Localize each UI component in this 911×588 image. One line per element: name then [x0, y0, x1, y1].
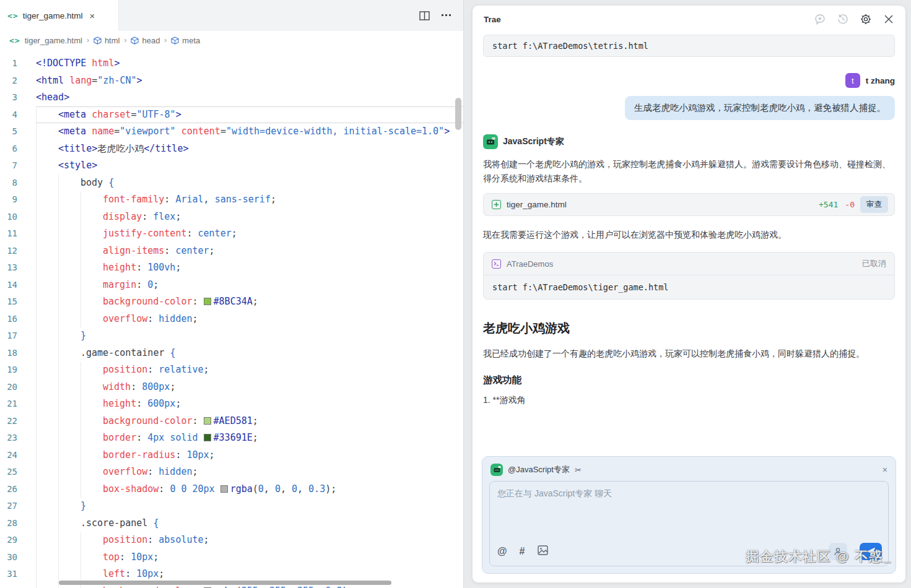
terminal-icon [492, 259, 501, 269]
breadcrumb-separator: › [164, 36, 167, 45]
line-number: 11 [0, 225, 36, 243]
code-line: 16overflow: hidden; [0, 311, 463, 328]
breadcrumb-file[interactable]: tiger_game.html [25, 36, 82, 45]
history-icon[interactable] [837, 14, 848, 25]
code-line: 26box-shadow: 0 0 20px rgba(0, 0, 0, 0.3… [0, 481, 463, 498]
chat-header: Trae [473, 6, 905, 33]
line-number: 8 [0, 175, 36, 192]
line-number: 12 [0, 243, 36, 260]
code-line: 29position: absolute; [0, 532, 463, 549]
editor-actions [419, 0, 463, 31]
code-line: 7<style> [0, 157, 463, 175]
code-line: 23border: 4px solid #33691E; [0, 430, 463, 447]
line-number: 16 [0, 311, 36, 328]
line-number: 17 [0, 327, 36, 345]
code-line: 24border-radius: 10px; [0, 447, 463, 464]
chat-input-card[interactable]: @JavaScript专家 ✂ × 您正在与 JavaScript专家 聊天 @… [482, 456, 896, 574]
code-line: 13height: 100vh; [0, 259, 463, 277]
review-button[interactable]: 审查 [860, 196, 888, 213]
agent-name: JavaScript专家 [503, 136, 564, 147]
agent-selector-button[interactable] [829, 543, 847, 560]
code-line: 17} [0, 327, 463, 345]
close-icon[interactable] [883, 14, 894, 25]
code-line: 6<title>老虎吃小鸡</title> [0, 141, 463, 158]
user-message-bubble: 生成老虎吃小鸡游戏，玩家控制老虎吃小鸡，避免被猎人捕捉。 [625, 96, 895, 120]
agent-reply-text: 我将创建一个老虎吃小鸡的游戏，玩家控制老虎捕食小鸡并躲避猎人。游戏需要设计角色移… [483, 157, 895, 185]
reply-subheading: 游戏功能 [483, 374, 895, 387]
line-number: 27 [0, 498, 36, 515]
split-editor-icon[interactable] [419, 10, 430, 21]
hash-icon[interactable]: # [520, 546, 525, 557]
line-number: 15 [0, 293, 36, 311]
tab-tiger-game[interactable]: <> tiger_game.html × [0, 0, 119, 31]
tab-close-icon[interactable]: × [89, 11, 95, 21]
tab-strip: <> tiger_game.html × [0, 0, 463, 31]
horizontal-scrollbar[interactable] [59, 581, 391, 585]
line-number: 21 [0, 396, 36, 413]
code-editor[interactable]: 1<!DOCTYPE html>2<html lang="zh-CN">3<he… [0, 50, 463, 588]
code-line: 14margin: 0; [0, 277, 463, 294]
tab-strip-spacer [119, 0, 419, 31]
code-line: 21height: 600px; [0, 396, 463, 413]
file-change-card[interactable]: tiger_game.html +541 -0 审查 [483, 193, 895, 216]
breadcrumb-meta[interactable]: meta [171, 36, 200, 45]
agent-identity-row: JavaScript专家 [483, 134, 895, 149]
code-line: 2<html lang="zh-CN"> [0, 72, 463, 90]
code-line: 12align-items: center; [0, 243, 463, 260]
scissors-icon[interactable]: ✂ [575, 465, 582, 475]
line-number: 19 [0, 361, 36, 379]
code-line: 8body { [0, 175, 463, 192]
line-number: 14 [0, 277, 36, 294]
streaming-list-item: 1. **游戏角 [483, 395, 895, 406]
chat-panel-title: Trae [484, 15, 814, 24]
editor-pane: <> tiger_game.html × <> tiger_game.html … [0, 0, 464, 588]
line-number: 7 [0, 157, 36, 175]
code-line: 1<!DOCTYPE html> [0, 55, 463, 72]
breadcrumb-separator: › [87, 36, 89, 45]
chat-messages: start f:\ATraeDemos\tetris.html t t zhan… [473, 33, 905, 451]
diff-additions: +541 [819, 200, 838, 209]
breadcrumb-head[interactable]: head [131, 36, 160, 45]
image-icon[interactable] [538, 545, 548, 558]
code-line: 25overflow: hidden; [0, 464, 463, 481]
vertical-scrollbar[interactable] [455, 98, 461, 130]
settings-icon[interactable] [860, 14, 871, 25]
reply-heading: 老虎吃小鸡游戏 [483, 320, 895, 337]
terminal-command-box: start f:\ATraeDemos\tetris.html [483, 35, 895, 57]
code-line: 10display: flex; [0, 209, 463, 226]
agent-robot-icon [490, 464, 503, 476]
line-number: 23 [0, 430, 36, 447]
message-input[interactable]: 您正在与 JavaScript专家 聊天 @ # [489, 481, 889, 566]
code-line: 15background-color: #8BC34A; [0, 293, 463, 311]
file-name: tiger_game.html [507, 200, 813, 209]
at-icon[interactable]: @ [497, 546, 507, 557]
agent-mention-chip[interactable]: @JavaScript专家 [508, 464, 570, 475]
new-chat-icon[interactable] [814, 14, 826, 25]
line-number: 30 [0, 549, 36, 566]
terminal-command: start f:\ATraeDemos\tiger_game.html [484, 275, 894, 299]
code-line: 20width: 800px; [0, 379, 463, 396]
line-number: 6 [0, 141, 36, 158]
agent-reply-text: 我已经成功创建了一个有趣的老虎吃小鸡游戏，玩家可以控制老虎捕食小鸡，同时躲避猎人… [483, 347, 895, 361]
trae-chat-panel: Trae start f:\ATraeDemos\tetris.html t t… [472, 5, 906, 583]
terminal-run-card[interactable]: ATraeDemos 已取消 start f:\ATraeDemos\tiger… [483, 252, 895, 300]
input-placeholder: 您正在与 JavaScript专家 聊天 [497, 488, 881, 499]
line-number: 9 [0, 191, 36, 209]
dismiss-mention-icon[interactable]: × [883, 465, 887, 475]
agent-reply-text: 现在我需要运行这个游戏，让用户可以在浏览器中预览和体验老虎吃小鸡游戏。 [483, 228, 895, 242]
user-name: t zhang [866, 76, 895, 85]
code-line: 3<head> [0, 89, 463, 106]
code-line: 28.score-panel { [0, 515, 463, 532]
code-line: 27} [0, 498, 463, 515]
code-line: 5<meta name="viewport" content="width=de… [0, 123, 463, 141]
code-line: 18.game-container { [0, 345, 463, 362]
line-number: 26 [0, 481, 36, 498]
breadcrumb-html[interactable]: html [94, 36, 120, 45]
line-number: 29 [0, 532, 36, 549]
color-swatch [204, 417, 211, 425]
more-actions-icon[interactable] [441, 10, 452, 21]
line-number: 20 [0, 379, 36, 396]
send-button[interactable] [860, 543, 882, 560]
line-number: 13 [0, 259, 36, 277]
terminal-status-cancelled: 已取消 [862, 258, 886, 269]
